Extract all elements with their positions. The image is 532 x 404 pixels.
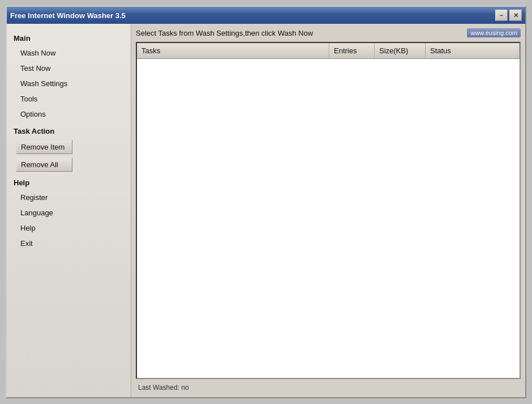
website-link[interactable]: www.eusing.com xyxy=(467,28,521,37)
col-header-entries: Entries xyxy=(329,43,375,58)
title-bar-controls: − ✕ xyxy=(495,10,522,21)
main-section-header: Main xyxy=(11,29,126,45)
tasks-table: Tasks Entries Size(KB) Status xyxy=(136,42,521,379)
content-area: Select Tasks from Wash Settings,then cli… xyxy=(131,24,525,397)
main-window: Free Internet Window Washer 3.5 − ✕ Main… xyxy=(6,6,526,398)
window-body: Main Wash Now Test Now Wash Settings Too… xyxy=(7,24,525,397)
col-header-tasks: Tasks xyxy=(137,43,329,58)
sidebar-item-options[interactable]: Options xyxy=(11,107,126,121)
sidebar-item-register[interactable]: Register xyxy=(11,190,126,205)
sidebar-item-wash-now[interactable]: Wash Now xyxy=(11,46,126,60)
top-bar: Select Tasks from Wash Settings,then cli… xyxy=(136,28,521,37)
table-body xyxy=(137,59,520,378)
table-header: Tasks Entries Size(KB) Status xyxy=(137,43,520,59)
sidebar-item-tools[interactable]: Tools xyxy=(11,92,126,106)
remove-all-button[interactable]: Remove All xyxy=(16,158,72,172)
task-action-section-header: Task Action xyxy=(11,122,126,138)
sidebar: Main Wash Now Test Now Wash Settings Too… xyxy=(7,24,131,397)
close-button[interactable]: ✕ xyxy=(509,10,522,21)
col-header-size: Size(KB) xyxy=(375,43,426,58)
remove-item-button[interactable]: Remove Item xyxy=(16,140,72,154)
sidebar-item-wash-settings[interactable]: Wash Settings xyxy=(11,76,126,91)
sidebar-item-test-now[interactable]: Test Now xyxy=(11,61,126,75)
instruction-text: Select Tasks from Wash Settings,then cli… xyxy=(136,29,313,37)
col-header-status: Status xyxy=(426,43,520,58)
status-bar: Last Washed: no xyxy=(136,382,521,393)
title-bar-title: Free Internet Window Washer 3.5 xyxy=(10,11,126,20)
help-section-header: Help xyxy=(11,174,126,189)
sidebar-item-language[interactable]: Language xyxy=(11,206,126,220)
title-bar: Free Internet Window Washer 3.5 − ✕ xyxy=(7,7,525,24)
minimize-button[interactable]: − xyxy=(495,10,508,21)
sidebar-item-help[interactable]: Help xyxy=(11,221,126,235)
window-title: Free Internet Window Washer 3.5 xyxy=(10,11,126,20)
sidebar-item-exit[interactable]: Exit xyxy=(11,236,126,250)
